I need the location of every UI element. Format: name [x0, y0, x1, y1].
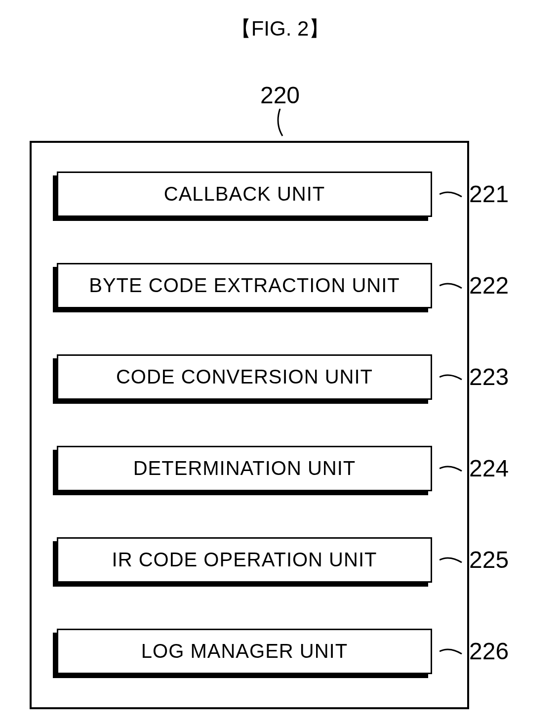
unit-text: LOG MANAGER UNIT: [57, 629, 432, 674]
callback-unit-box: CALLBACK UNIT: [57, 171, 432, 217]
log-manager-unit-box: LOG MANAGER UNIT: [57, 629, 432, 674]
unit-label: 222: [469, 272, 509, 299]
unit-text: CODE CONVERSION UNIT: [57, 354, 432, 400]
code-conversion-unit-box: CODE CONVERSION UNIT: [57, 354, 432, 400]
unit-text: BYTE CODE EXTRACTION UNIT: [57, 263, 432, 308]
container-box: [30, 141, 469, 709]
byte-code-extraction-unit-box: BYTE CODE EXTRACTION UNIT: [57, 263, 432, 308]
leader-line: [440, 461, 464, 476]
leader-line: [440, 278, 464, 293]
unit-label: 226: [469, 638, 509, 665]
unit-row: LOG MANAGER UNIT 226: [57, 628, 526, 675]
leader-line: [440, 644, 464, 659]
leader-line: [440, 553, 464, 567]
unit-row: CODE CONVERSION UNIT 223: [57, 353, 526, 400]
unit-text: IR CODE OPERATION UNIT: [57, 537, 432, 583]
unit-label: 224: [469, 455, 509, 482]
unit-row: CALLBACK UNIT 221: [57, 171, 526, 217]
leader-line: [440, 370, 464, 385]
unit-row: DETERMINATION UNIT 224: [57, 445, 526, 492]
leader-line: [440, 187, 464, 202]
unit-label: 225: [469, 546, 509, 573]
unit-label: 223: [469, 363, 509, 390]
figure-title: 【FIG. 2】: [231, 15, 330, 43]
unit-row: BYTE CODE EXTRACTION UNIT 222: [57, 262, 526, 309]
determination-unit-box: DETERMINATION UNIT: [57, 446, 432, 491]
unit-row: IR CODE OPERATION UNIT 225: [57, 536, 526, 583]
unit-label: 221: [469, 180, 509, 208]
ir-code-operation-unit-box: IR CODE OPERATION UNIT: [57, 537, 432, 583]
unit-text: CALLBACK UNIT: [57, 171, 432, 217]
container-label: 220: [260, 82, 300, 109]
unit-text: DETERMINATION UNIT: [57, 446, 432, 491]
container-leader-line: [270, 109, 290, 138]
